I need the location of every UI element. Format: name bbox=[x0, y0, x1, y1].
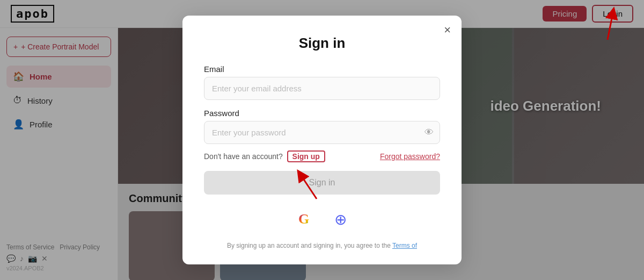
no-account-text: Don't have an account? Sign up bbox=[204, 150, 325, 162]
signin-modal: × Sign in Email Password 👁 Don't have an… bbox=[182, 16, 462, 264]
modal-close-button[interactable]: × bbox=[444, 24, 451, 36]
signup-link[interactable]: Sign up bbox=[287, 150, 325, 162]
forgot-password-link[interactable]: Forgot password? bbox=[380, 152, 440, 161]
tos-link[interactable]: Terms of bbox=[392, 242, 417, 249]
tos-text: By signing up an account and signing in,… bbox=[204, 242, 440, 249]
email-input[interactable] bbox=[204, 77, 440, 100]
form-links-row: Don't have an account? Sign up Forgot pa… bbox=[204, 150, 440, 162]
google-signin-button[interactable]: G bbox=[290, 205, 318, 233]
password-input[interactable] bbox=[204, 121, 440, 144]
google-icon: G bbox=[298, 211, 309, 227]
discord-icon: ⊕ bbox=[334, 211, 347, 228]
modal-title: Sign in bbox=[204, 35, 440, 52]
email-label: Email bbox=[204, 64, 440, 74]
modal-overlay: × Sign in Email Password 👁 Don't have an… bbox=[0, 0, 644, 280]
discord-signin-button[interactable]: ⊕ bbox=[326, 205, 354, 233]
password-label: Password bbox=[204, 109, 440, 118]
social-login-buttons: G ⊕ bbox=[204, 205, 440, 233]
password-visibility-toggle[interactable]: 👁 bbox=[425, 127, 434, 138]
signin-button[interactable]: Sign in bbox=[204, 171, 440, 195]
password-field-wrapper: 👁 bbox=[204, 121, 440, 144]
